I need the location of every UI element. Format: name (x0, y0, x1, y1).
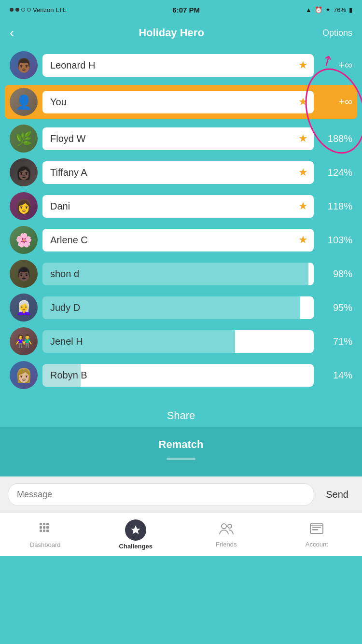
name-bar: shon d (42, 263, 314, 285)
avatar: 👫 (10, 327, 38, 355)
avatar-image: 👫 (15, 334, 32, 350)
avatar-image: 👨🏾 (15, 57, 32, 73)
name-bar: You ★ (42, 91, 314, 113)
friends-icon (219, 522, 234, 539)
name-bar: Leonard H ★ (42, 54, 314, 77)
bluetooth-icon: ✦ (325, 6, 331, 14)
star-icon: ★ (298, 132, 308, 145)
svg-rect-6 (40, 530, 42, 532)
share-button[interactable]: Share (167, 409, 195, 422)
svg-rect-8 (46, 530, 49, 532)
scroll-handle (0, 451, 362, 465)
name-bar: Arlene C ★ (42, 229, 314, 252)
svg-rect-3 (40, 526, 42, 529)
location-icon: ▲ (306, 6, 312, 14)
name-bar-container: Jenel H (42, 330, 314, 353)
carrier-name: Verizon (33, 6, 54, 14)
svg-rect-7 (43, 530, 45, 532)
star-icon: ★ (298, 96, 308, 108)
player-name: shon d (50, 268, 79, 280)
rematch-section: Rematch (0, 427, 362, 476)
network-type: LTE (56, 6, 67, 14)
player-score: 124% (319, 167, 352, 178)
carrier-info: Verizon LTE (10, 6, 67, 14)
name-bar-container: Judy D (42, 296, 314, 319)
account-label: Account (306, 541, 328, 548)
player-score: 188% (319, 133, 352, 144)
back-button[interactable]: ‹ (10, 25, 29, 41)
player-name: Robyn B (50, 370, 87, 381)
svg-rect-0 (40, 523, 42, 525)
svg-rect-4 (43, 526, 45, 529)
avatar: 👩‍🦳 (10, 294, 38, 322)
name-bar: Tiffany A ★ (42, 161, 314, 184)
avatar-image: 👨🏿 (15, 266, 32, 282)
alarm-icon: ⏰ (315, 6, 322, 14)
name-bar: Dani ★ (42, 195, 314, 218)
svg-rect-5 (46, 526, 49, 529)
leader-row: 👫 Jenel H 71% (10, 327, 352, 355)
name-bar: Jenel H (42, 330, 314, 353)
name-bar: Judy D (42, 296, 314, 319)
leader-row: 👩 Dani ★ 118% (10, 192, 352, 220)
svg-rect-13 (312, 527, 321, 528)
status-time: 6:07 PM (172, 6, 200, 14)
player-name: Arlene C (50, 235, 88, 246)
player-score: 103% (319, 235, 352, 246)
svg-rect-14 (312, 529, 318, 531)
signal-dot-2 (15, 8, 19, 12)
send-button[interactable]: Send (320, 485, 354, 504)
tab-challenges[interactable]: Challenges (91, 513, 181, 556)
dashboard-icon (38, 521, 53, 539)
name-bar: Floyd W ★ (42, 127, 314, 150)
tab-bar: Dashboard Challenges Friends (0, 513, 362, 556)
dashboard-label: Dashboard (30, 541, 61, 548)
name-bar-container: Arlene C ★ (42, 229, 314, 252)
leader-row-highlighted: 👤 You ★ +∞ (5, 85, 357, 119)
player-name: You (50, 97, 67, 108)
leader-row: 👩‍🦳 Judy D 95% (10, 294, 352, 322)
message-input[interactable] (8, 483, 314, 506)
rematch-button[interactable]: Rematch (159, 438, 204, 451)
avatar: 👩🏿 (10, 158, 38, 186)
tab-account[interactable]: Account (272, 513, 362, 556)
tab-dashboard[interactable]: Dashboard (0, 513, 91, 556)
star-icon: ★ (298, 200, 308, 212)
player-score: 71% (319, 336, 352, 347)
signal-dot-3 (21, 8, 25, 12)
star-icon: ★ (298, 166, 308, 179)
player-score: 118% (319, 201, 352, 212)
avatar: 👨🏾 (10, 51, 38, 79)
share-section: Share (0, 400, 362, 427)
message-area: Send (0, 476, 362, 513)
nav-bar: ‹ Holiday Hero Options (0, 19, 362, 46)
avatar-image: 🌸 (15, 232, 32, 248)
svg-rect-2 (46, 523, 49, 525)
avatar: 🌿 (10, 125, 38, 153)
player-name: Judy D (50, 302, 80, 313)
name-bar: Robyn B (42, 364, 314, 387)
options-button[interactable]: Options (314, 28, 352, 38)
leader-row: 🌿 Floyd W ★ 188% (10, 125, 352, 153)
status-icons: ▲ ⏰ ✦ 76% ▮ (306, 6, 352, 14)
signal-dot-1 (10, 8, 14, 12)
player-name: Tiffany A (50, 167, 87, 178)
battery-percent: 76% (334, 6, 346, 14)
player-score: 95% (319, 302, 352, 313)
avatar: 👤 (10, 88, 38, 116)
avatar-image: 👤 (15, 94, 32, 110)
name-bar-container: Robyn B (42, 364, 314, 387)
leader-row: 🌸 Arlene C ★ 103% (10, 226, 352, 254)
avatar: 🌸 (10, 226, 38, 254)
account-icon (309, 522, 324, 539)
leader-row: 👩🏼 Robyn B 14% (10, 361, 352, 389)
name-bar-container: Dani ★ (42, 195, 314, 218)
avatar: 👩🏼 (10, 361, 38, 389)
tab-friends[interactable]: Friends (181, 513, 272, 556)
handle-bar (167, 458, 195, 460)
player-name: Leonard H (50, 60, 95, 71)
player-score: 14% (319, 370, 352, 381)
player-name: Dani (50, 201, 70, 212)
leader-row: 👩🏿 Tiffany A ★ 124% (10, 158, 352, 186)
star-icon: ★ (298, 59, 308, 71)
